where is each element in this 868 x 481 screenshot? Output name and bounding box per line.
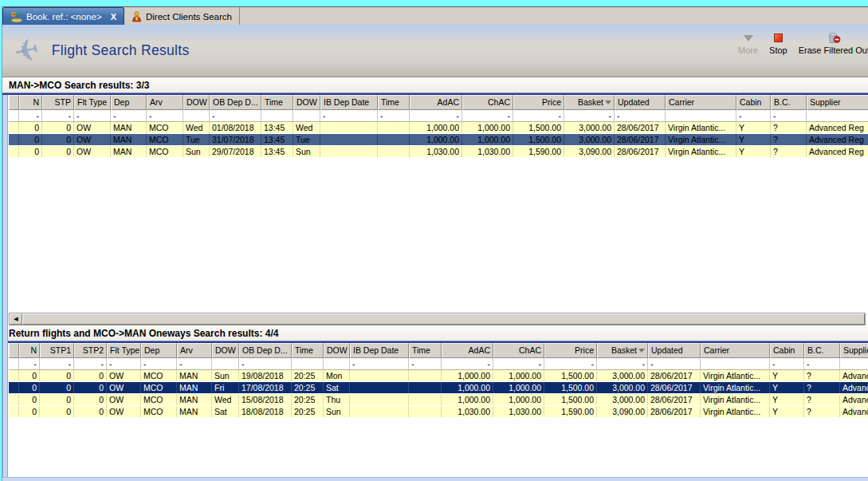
filter-cell[interactable]: - bbox=[462, 110, 513, 121]
column-header-dow[interactable]: DOW bbox=[293, 95, 320, 110]
filter-cell[interactable] bbox=[293, 110, 320, 121]
column-header-dow[interactable]: DOW bbox=[183, 95, 210, 110]
filter-cell[interactable]: - bbox=[320, 110, 378, 121]
column-header-arv[interactable]: Arv bbox=[147, 95, 183, 110]
close-icon[interactable]: X bbox=[111, 12, 116, 22]
filter-cell[interactable]: - bbox=[410, 110, 462, 121]
outbound-table-hscrollbar[interactable]: ◀ bbox=[9, 313, 866, 325]
column-header-price[interactable]: Price bbox=[513, 95, 564, 110]
filter-cell[interactable] bbox=[292, 358, 324, 369]
filter-cell[interactable]: - bbox=[597, 358, 648, 369]
column-header-stp2[interactable]: STP2 bbox=[74, 343, 107, 358]
filter-cell[interactable] bbox=[807, 110, 868, 121]
stop-button[interactable]: Stop bbox=[769, 33, 787, 55]
column-header-ib-dep-date[interactable]: IB Dep Date bbox=[320, 95, 378, 110]
table-row[interactable]: 000OWMCOMANSat18/08/201820:25Sun1,030.00… bbox=[9, 406, 868, 418]
column-header-price[interactable]: Price bbox=[544, 343, 597, 358]
filter-cell[interactable] bbox=[9, 358, 19, 369]
filter-cell[interactable]: - bbox=[141, 358, 177, 369]
filter-cell[interactable]: - bbox=[493, 358, 544, 369]
table-row[interactable]: 00OWMANMCOTue31/07/201813:45Tue1,000.001… bbox=[9, 134, 868, 146]
erase-filtered-out-button[interactable]: Erase Filtered Out bbox=[799, 33, 868, 55]
column-header-chac[interactable]: ChAC bbox=[462, 95, 513, 110]
column-header-stp[interactable]: STP bbox=[42, 95, 74, 110]
filter-cell[interactable]: - bbox=[239, 358, 292, 369]
column-header-carrier[interactable]: Carrier bbox=[666, 95, 736, 110]
filter-cell[interactable] bbox=[324, 358, 350, 369]
filter-cell[interactable]: - bbox=[74, 110, 111, 121]
column-header-time[interactable]: Time bbox=[378, 95, 410, 110]
filter-cell[interactable]: - bbox=[564, 110, 615, 121]
column-header-cabin[interactable]: Cabin bbox=[770, 343, 804, 358]
filter-cell[interactable]: - bbox=[442, 358, 493, 369]
filter-cell[interactable]: - bbox=[42, 110, 74, 121]
column-header-empty[interactable] bbox=[9, 343, 19, 358]
filter-cell[interactable]: - bbox=[736, 110, 771, 121]
filter-cell[interactable]: - bbox=[74, 358, 107, 369]
filter-cell[interactable]: - bbox=[409, 358, 442, 369]
filter-cell[interactable]: - bbox=[771, 110, 807, 121]
more-button[interactable]: More bbox=[738, 33, 758, 55]
column-header-dow[interactable]: DOW bbox=[324, 343, 350, 358]
column-header-b-c[interactable]: B.C. bbox=[804, 343, 840, 358]
column-header-time[interactable]: Time bbox=[409, 343, 442, 358]
column-header-arv[interactable]: Arv bbox=[177, 343, 212, 358]
filter-cell[interactable]: - bbox=[378, 110, 410, 121]
table-row[interactable]: 00OWMANMCOWed01/08/201813:45Wed1,000.001… bbox=[9, 122, 868, 134]
filter-cell[interactable] bbox=[840, 358, 868, 369]
column-header-n[interactable]: N bbox=[19, 343, 40, 358]
filter-cell[interactable] bbox=[701, 358, 770, 369]
scroll-left-arrow-icon[interactable]: ◀ bbox=[10, 313, 22, 325]
filter-cell[interactable]: - bbox=[40, 358, 74, 369]
filter-cell[interactable] bbox=[212, 358, 239, 369]
filter-cell[interactable]: - bbox=[177, 358, 212, 369]
table-row[interactable]: 00OWMANMCOSun29/07/201813:45Sun1,030.001… bbox=[9, 146, 868, 158]
filter-cell[interactable]: - bbox=[648, 358, 701, 369]
filter-cell[interactable]: - bbox=[804, 358, 840, 369]
scrollbar-thumb[interactable] bbox=[22, 313, 865, 325]
column-header-updated[interactable]: Updated bbox=[648, 343, 701, 358]
filter-cell[interactable]: - bbox=[615, 110, 666, 121]
filter-cell[interactable] bbox=[183, 110, 210, 121]
filter-cell[interactable]: - bbox=[19, 110, 42, 121]
column-header-chac[interactable]: ChAC bbox=[493, 343, 544, 358]
column-header-ob-dep-d[interactable]: OB Dep D... bbox=[210, 95, 261, 110]
column-header-adac[interactable]: AdAC bbox=[442, 343, 493, 358]
tab-direct-clients-search[interactable]: Direct Clients Search bbox=[124, 7, 240, 26]
filter-cell[interactable]: - bbox=[513, 110, 564, 121]
column-header-supplier[interactable]: Supplier bbox=[840, 343, 868, 358]
column-header-dep[interactable]: Dep bbox=[111, 95, 147, 110]
column-header-stp1[interactable]: STP1 bbox=[40, 343, 74, 358]
filter-cell[interactable]: - bbox=[544, 358, 597, 369]
column-header-b-c[interactable]: B.C. bbox=[771, 95, 807, 110]
filter-cell[interactable]: - bbox=[107, 358, 141, 369]
column-header-updated[interactable]: Updated bbox=[615, 95, 666, 110]
tab-booking-ref[interactable]: Book. ref.: <none> X bbox=[2, 7, 124, 26]
column-header-dow[interactable]: DOW bbox=[212, 343, 239, 358]
column-header-n[interactable]: N bbox=[19, 95, 42, 110]
column-header-adac[interactable]: AdAC bbox=[410, 95, 462, 110]
column-header-dep[interactable]: Dep bbox=[141, 343, 177, 358]
column-header-empty[interactable] bbox=[9, 95, 19, 110]
filter-cell[interactable]: - bbox=[210, 110, 261, 121]
column-header-basket[interactable]: Basket bbox=[597, 343, 648, 358]
filter-cell[interactable]: - bbox=[111, 110, 147, 121]
column-header-supplier[interactable]: Supplier bbox=[807, 95, 868, 110]
table-row[interactable]: 000OWMCOMANFri17/08/201820:25Sat1,000.00… bbox=[9, 382, 868, 394]
column-header-time[interactable]: Time bbox=[261, 95, 293, 110]
column-header-basket[interactable]: Basket bbox=[564, 95, 615, 110]
column-header-flt-type[interactable]: Flt Type bbox=[107, 343, 141, 358]
column-header-time[interactable]: Time bbox=[292, 343, 324, 358]
filter-cell[interactable]: - bbox=[770, 358, 804, 369]
filter-cell[interactable]: - bbox=[350, 358, 409, 369]
column-header-cabin[interactable]: Cabin bbox=[736, 95, 771, 110]
filter-cell[interactable] bbox=[666, 110, 736, 121]
table-row[interactable]: 000OWMCOMANSun19/08/201820:25Mon1,000.00… bbox=[9, 370, 868, 382]
column-header-ib-dep-date[interactable]: IB Dep Date bbox=[350, 343, 409, 358]
filter-cell[interactable] bbox=[9, 110, 19, 121]
filter-cell[interactable] bbox=[261, 110, 293, 121]
table-row[interactable]: 000OWMCOMANWed15/08/201820:25Thu1,000.00… bbox=[9, 394, 868, 406]
filter-cell[interactable]: - bbox=[147, 110, 183, 121]
column-header-ob-dep-d[interactable]: OB Dep D... bbox=[239, 343, 292, 358]
column-header-carrier[interactable]: Carrier bbox=[701, 343, 770, 358]
